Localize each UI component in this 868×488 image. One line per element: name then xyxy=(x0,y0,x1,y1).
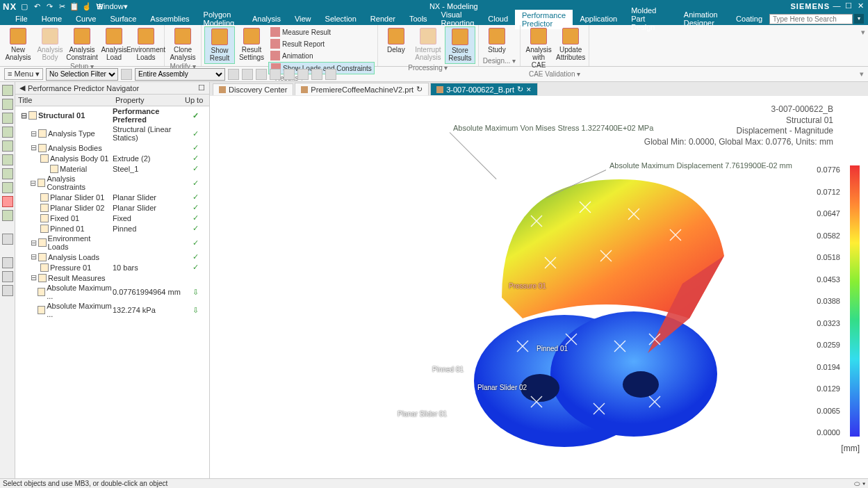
ribbon-btn-measure-result[interactable]: Measure Result xyxy=(268,26,375,38)
menu-item-selection[interactable]: Selection xyxy=(318,13,363,24)
ribbon-overflow-icon[interactable]: ▾ xyxy=(589,25,868,40)
filter-lock-icon[interactable] xyxy=(121,69,132,80)
menu-item-view[interactable]: View xyxy=(288,13,318,24)
undo-icon[interactable]: ↶ xyxy=(32,1,42,11)
resource-icon-1[interactable] xyxy=(2,85,13,96)
search-dropdown-icon[interactable]: ▾ xyxy=(854,14,864,24)
ribbon-btn-update-attributes[interactable]: Update Attributes xyxy=(555,26,586,63)
menu-item-coating[interactable]: Coating xyxy=(729,13,769,24)
redo-icon[interactable]: ↷ xyxy=(44,1,54,11)
tool-icon-5[interactable] xyxy=(284,69,295,80)
ribbon-btn-result-report[interactable]: Result Report xyxy=(268,38,375,49)
resource-icon-8[interactable] xyxy=(2,182,13,193)
resource-icon-10[interactable] xyxy=(2,210,13,221)
copy-icon[interactable]: 📋 xyxy=(69,1,79,11)
minimize-button[interactable]: — xyxy=(832,1,842,11)
nav-row[interactable]: ⊟Analysis Constraints✓ xyxy=(15,174,209,192)
nav-row[interactable]: Absolute Maximum ...0.07761994964 mm⇩ xyxy=(15,283,209,301)
menu-item-assemblies[interactable]: Assemblies xyxy=(143,13,196,24)
col-title[interactable]: Title xyxy=(15,95,113,106)
maximize-button[interactable]: ☐ xyxy=(844,1,853,11)
nav-row[interactable]: ⊟Structural 01Performance Preferred✓ xyxy=(15,106,209,124)
menu-item-surface[interactable]: Surface xyxy=(103,13,143,24)
pin-icon[interactable]: ◀ xyxy=(19,83,25,92)
result-measure-name: Displacement - Magnitude xyxy=(644,126,833,137)
tool-icon-4[interactable] xyxy=(270,69,281,80)
tool-icon-7[interactable] xyxy=(311,69,322,80)
nav-row[interactable]: ⊟Analysis TypeStructural (Linear Statics… xyxy=(15,124,209,143)
resource-icon-9[interactable] xyxy=(2,196,13,207)
ribbon-btn-store-results[interactable]: Store Results xyxy=(445,26,475,64)
resource-icon-7[interactable] xyxy=(2,168,13,179)
menu-item-cloud[interactable]: Cloud xyxy=(481,13,515,24)
nav-row[interactable]: ⊟Analysis Loads✓ xyxy=(15,252,209,262)
ribbon-btn-show-result[interactable]: Show Result xyxy=(204,26,235,64)
menu-item-home[interactable]: Home xyxy=(35,13,69,24)
menu-item-file[interactable]: File xyxy=(8,13,35,24)
tool-icon-8[interactable] xyxy=(325,69,336,80)
nav-row[interactable]: Planar Slider 01Planar Slider✓ xyxy=(15,192,209,202)
nav-row[interactable]: ⊟Analysis Bodies✓ xyxy=(15,143,209,153)
tool-icon-1[interactable] xyxy=(228,69,239,80)
nav-row[interactable]: Pinned 01Pinned✓ xyxy=(15,223,209,234)
tab-reload-icon[interactable]: ↻ xyxy=(517,85,523,94)
selection-filter-dropdown[interactable]: No Selection Filter xyxy=(46,68,118,81)
ribbon-btn-result-settings[interactable]: Result Settings xyxy=(236,26,267,63)
resource-icon-11[interactable] xyxy=(2,234,13,245)
navigator-close-icon[interactable]: ☐ xyxy=(198,83,205,92)
ribbon-btn-environment-loads[interactable]: Environment Loads xyxy=(131,26,161,63)
ribbon-btn-analysis-with-cae[interactable]: Analysis with CAE xyxy=(523,26,554,70)
resource-icon-4[interactable] xyxy=(2,127,13,138)
ribbon-btn-new-analysis[interactable]: New Analysis xyxy=(3,26,33,63)
touch-icon[interactable]: ☝ xyxy=(82,1,92,11)
fea-model[interactable] xyxy=(425,158,731,457)
tool-icon-2[interactable] xyxy=(242,69,253,80)
menu-item-render[interactable]: Render xyxy=(363,13,402,24)
toolbar-overflow-icon[interactable]: ▾ xyxy=(860,70,864,79)
col-property[interactable]: Property xyxy=(113,95,182,106)
doc-tab[interactable]: Discovery Center xyxy=(213,83,293,95)
ribbon-btn-delay[interactable]: Delay xyxy=(381,26,411,55)
ribbon-btn-analysis-constraint[interactable]: Analysis Constraint xyxy=(67,26,97,63)
tool-icon-6[interactable] xyxy=(297,69,309,80)
ribbon-btn-study[interactable]: Study xyxy=(482,26,512,55)
nav-row[interactable]: ⊟Environment Loads✓ xyxy=(15,234,209,252)
menu-item-analysis[interactable]: Analysis xyxy=(245,13,288,24)
nav-row[interactable]: Pressure 0110 bars✓ xyxy=(15,262,209,273)
ribbon-btn-analysis-load[interactable]: Analysis Load xyxy=(99,26,129,63)
menu-item-application[interactable]: Application xyxy=(573,13,624,24)
menu-button[interactable]: ≡ Menu ▾ xyxy=(4,68,43,80)
nav-row[interactable]: MaterialSteel_1✓ xyxy=(15,163,209,174)
save-icon[interactable]: ▢ xyxy=(19,1,29,11)
resource-icon-13[interactable] xyxy=(2,271,13,282)
command-search-input[interactable] xyxy=(769,14,853,24)
nav-row[interactable]: Absolute Maximum ...132.274 kPa⇩ xyxy=(15,301,209,319)
resource-icon-14[interactable] xyxy=(2,285,13,296)
resource-icon-2[interactable] xyxy=(2,99,13,110)
resource-icon-6[interactable] xyxy=(2,154,13,165)
nav-row[interactable]: Analysis Body 01Extrude (2)✓ xyxy=(15,153,209,163)
nav-row[interactable]: Fixed 01Fixed✓ xyxy=(15,213,209,223)
window-dropdown[interactable]: Window▾ xyxy=(107,1,117,11)
graphics-canvas[interactable]: 3-007-000622_B Structural 01 Displacemen… xyxy=(210,96,868,478)
tab-reload-icon[interactable]: ↻ xyxy=(416,85,423,94)
ribbon-btn-clone-analysis[interactable]: Clone Analysis xyxy=(167,26,198,63)
nav-row[interactable]: Planar Slider 02Planar Slider✓ xyxy=(15,202,209,213)
tab-close-icon[interactable]: ✕ xyxy=(526,86,532,93)
tree-node-icon xyxy=(38,179,46,187)
cut-icon[interactable]: ✂ xyxy=(57,1,67,11)
resource-icon-3[interactable] xyxy=(2,113,13,124)
nav-row[interactable]: ⊟Result Measures xyxy=(15,273,209,283)
ribbon-btn-animation[interactable]: Animation xyxy=(268,50,375,61)
doc-tab[interactable]: 3-007-000622_B.prt ↻ ✕ xyxy=(430,83,538,95)
assembly-filter-dropdown[interactable]: Entire Assembly xyxy=(135,68,225,81)
navigator-tree[interactable]: ⊟Structural 01Performance Preferred✓⊟Ana… xyxy=(15,106,209,319)
doc-tab[interactable]: PremiereCoffeeMachineV2.prt ↻ xyxy=(295,83,429,95)
menu-item-curve[interactable]: Curve xyxy=(69,13,103,24)
resource-icon-12[interactable] xyxy=(2,257,13,268)
close-button[interactable]: ✕ xyxy=(855,1,865,11)
tool-icon-3[interactable] xyxy=(256,69,267,80)
menu-item-tools[interactable]: Tools xyxy=(402,13,434,24)
resource-icon-5[interactable] xyxy=(2,140,13,152)
col-upto[interactable]: Up to xyxy=(182,95,209,106)
